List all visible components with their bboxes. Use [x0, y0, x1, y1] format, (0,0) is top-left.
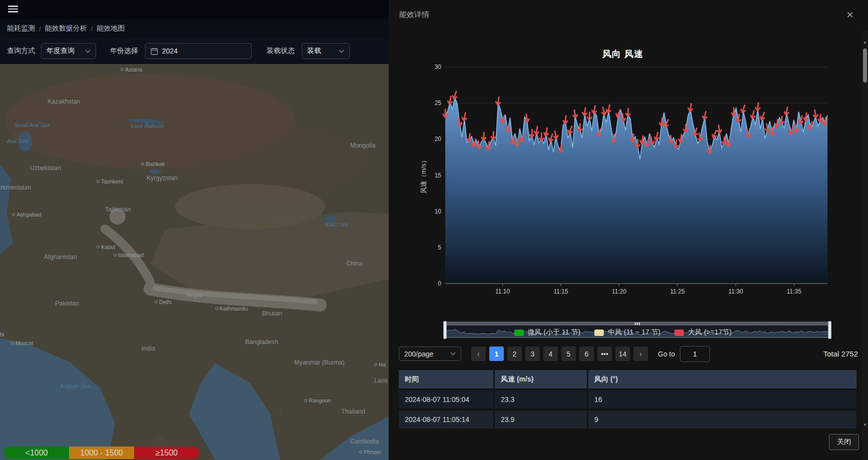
- svg-text:5: 5: [438, 244, 441, 251]
- energy-efficiency-map[interactable]: AstanaKazakhstanSmall Aral SeaAral SeaLa…: [0, 64, 389, 460]
- page-button[interactable]: 1: [489, 346, 504, 361]
- svg-text:30: 30: [435, 64, 442, 70]
- app-window: 能耗监测/能效数据分析/能效地图 查询方式 年度查询 年份选择 2024 装载状…: [0, 0, 868, 460]
- svg-text:11:25: 11:25: [670, 288, 685, 295]
- svg-text:25: 25: [435, 100, 442, 106]
- breadcrumb-item[interactable]: 能耗监测: [7, 24, 35, 33]
- legend-swatch: [514, 330, 524, 336]
- query-mode-value: 年度查询: [47, 46, 75, 56]
- total-count: Total 2752: [823, 350, 858, 358]
- map-range-legend: <10001000 - 1500≥1500: [4, 446, 199, 459]
- table-cell: 2024-08-07 11:05:04: [399, 388, 495, 408]
- legend-label: 微风 (小于 11 节): [528, 328, 581, 337]
- chevron-down-icon: [339, 50, 344, 53]
- breadcrumb-item[interactable]: 能效数据分析: [45, 24, 87, 33]
- close-button[interactable]: 关闭: [829, 434, 859, 450]
- page-button[interactable]: 6: [579, 346, 594, 361]
- scrollbar-thumb[interactable]: [863, 48, 867, 82]
- load-state-select[interactable]: 装载: [302, 43, 350, 59]
- scroll-up-icon[interactable]: ▲: [862, 40, 868, 44]
- year-picker[interactable]: 2024: [145, 43, 252, 59]
- chevron-down-icon: [85, 50, 91, 53]
- svg-text:11:20: 11:20: [612, 288, 626, 295]
- legend-item[interactable]: 大风 (>=17节): [674, 328, 731, 337]
- breadcrumb-separator: /: [91, 25, 93, 32]
- table-column-header: 风速 (m/s): [495, 370, 588, 388]
- detail-drawer: 能效详情 ✕ 风向 风速 051015202530风速（m/s）11:1011:…: [389, 0, 868, 460]
- chart-legend: 微风 (小于 11 节)中风 (11 ~ 17 节)大风 (>=17节): [415, 328, 830, 337]
- map-page: 能耗监测/能效数据分析/能效地图 查询方式 年度查询 年份选择 2024 装载状…: [0, 0, 389, 460]
- goto-page-input[interactable]: [680, 346, 710, 362]
- svg-text:风速（m/s）: 风速（m/s）: [420, 157, 427, 194]
- page-button[interactable]: 5: [561, 346, 576, 361]
- hamburger-menu-icon[interactable]: [8, 6, 18, 14]
- table-cell: 16: [588, 388, 856, 408]
- load-state-value: 装载: [307, 46, 321, 56]
- next-page-button[interactable]: ›: [633, 346, 648, 361]
- page-button[interactable]: 3: [525, 346, 540, 361]
- table-column-header: 时间: [399, 370, 495, 388]
- svg-text:11:15: 11:15: [554, 288, 568, 295]
- legend-swatch: [674, 330, 684, 336]
- page-button[interactable]: 2: [507, 346, 522, 361]
- table-column-header: 风向 (°): [588, 370, 856, 388]
- svg-text:15: 15: [435, 172, 442, 179]
- table-row[interactable]: 2024-08-07 11:05:0423.316: [399, 388, 856, 408]
- pagination: 200/page ‹ 123456•••14 › Go to Total 275…: [399, 346, 858, 362]
- app-header: [0, 0, 389, 19]
- breadcrumb-item[interactable]: 能效地图: [97, 24, 125, 33]
- svg-text:20: 20: [435, 136, 442, 142]
- close-icon[interactable]: ✕: [845, 10, 855, 20]
- table-cell: 2024-08-07 11:05:14: [399, 408, 495, 428]
- svg-text:11:30: 11:30: [728, 288, 743, 295]
- datazoom-grip-icon[interactable]: [634, 322, 641, 325]
- datazoom-handle-left[interactable]: [443, 321, 447, 339]
- svg-text:0: 0: [438, 280, 441, 287]
- page-button[interactable]: 4: [543, 346, 558, 361]
- year-select-label: 年份选择: [110, 46, 138, 56]
- chevron-down-icon: [450, 352, 456, 356]
- table-cell: 23.3: [495, 388, 588, 408]
- table-row[interactable]: 2024-08-07 11:05:1423.99: [399, 408, 856, 428]
- legend-swatch: [594, 330, 604, 336]
- svg-text:11:10: 11:10: [495, 288, 510, 295]
- map-range-segment: <1000: [4, 446, 69, 459]
- map-range-segment: 1000 - 1500: [69, 446, 134, 459]
- scroll-down-icon[interactable]: ▼: [862, 422, 868, 427]
- datazoom-handle-right[interactable]: [828, 321, 831, 339]
- query-mode-select[interactable]: 年度查询: [41, 43, 96, 59]
- page-size-value: 200/page: [404, 350, 433, 358]
- goto-label: Go to: [658, 350, 675, 358]
- page-buttons: 123456•••14: [486, 346, 630, 361]
- legend-label: 大风 (>=17节): [688, 328, 731, 337]
- map-terrain: [0, 64, 389, 460]
- wind-data-table: 时间风速 (m/s)风向 (°) 2024-08-07 11:05:0423.3…: [399, 370, 856, 428]
- wind-chart[interactable]: 051015202530风速（m/s）11:1011:1511:2011:251…: [415, 60, 830, 301]
- page-size-select[interactable]: 200/page: [399, 346, 461, 361]
- page-button[interactable]: 14: [615, 346, 630, 361]
- year-value: 2024: [162, 47, 178, 55]
- svg-text:10: 10: [435, 208, 442, 215]
- legend-label: 中风 (11 ~ 17 节): [608, 328, 660, 337]
- table-cell: 9: [588, 408, 856, 428]
- load-state-label: 装载状态: [267, 46, 295, 56]
- table-cell: 23.9: [495, 408, 588, 428]
- calendar-icon: [151, 48, 158, 55]
- map-range-segment: ≥1500: [134, 446, 199, 459]
- drawer-scrollbar[interactable]: ▲ ▼: [862, 31, 868, 460]
- legend-item[interactable]: 中风 (11 ~ 17 节): [594, 328, 660, 337]
- query-mode-label: 查询方式: [7, 46, 35, 56]
- breadcrumb-separator: /: [39, 25, 41, 32]
- drawer-title: 能效详情: [399, 10, 429, 20]
- breadcrumb: 能耗监测/能效数据分析/能效地图: [0, 19, 389, 38]
- prev-page-button[interactable]: ‹: [471, 346, 486, 361]
- chart-title: 风向 风速: [415, 48, 830, 60]
- datazoom-rail[interactable]: [445, 322, 830, 326]
- svg-text:11:35: 11:35: [787, 288, 801, 295]
- query-toolbar: 查询方式 年度查询 年份选择 2024 装载状态 装载: [0, 38, 389, 64]
- page-ellipsis-button[interactable]: •••: [597, 346, 612, 361]
- legend-item[interactable]: 微风 (小于 11 节): [514, 328, 581, 337]
